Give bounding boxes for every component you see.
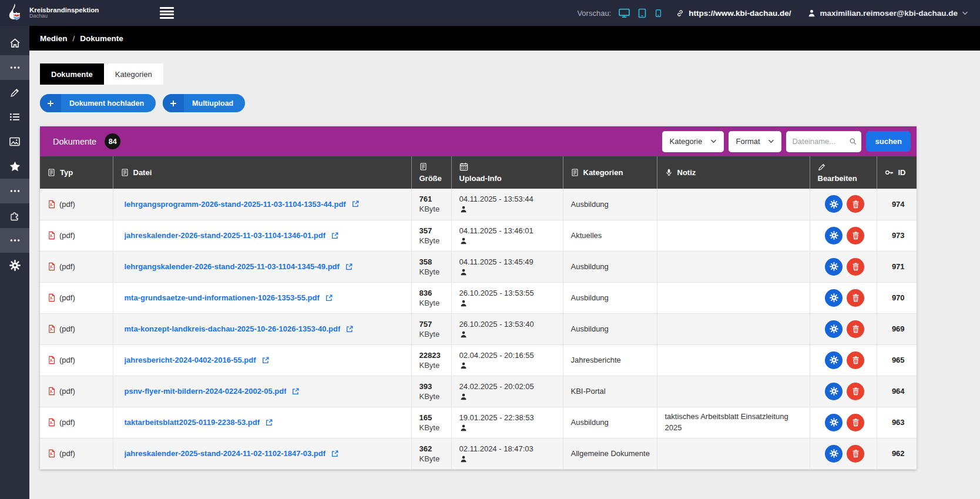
sidebar-item-plugins[interactable] bbox=[0, 203, 29, 228]
file-size-value: 836 bbox=[419, 289, 447, 297]
preview-desktop-button[interactable] bbox=[619, 8, 630, 18]
kategorie-filter-select[interactable]: Kategorie bbox=[662, 131, 724, 152]
external-link-icon[interactable] bbox=[331, 450, 339, 458]
category-label: Allgemeine Dokumente bbox=[571, 449, 650, 458]
edit-button[interactable] bbox=[825, 227, 843, 245]
breadcrumb-dokumente: Dokumente bbox=[80, 34, 123, 43]
file-link[interactable]: lehrgangskalender-2026-stand-2025-11-03-… bbox=[125, 262, 340, 271]
flame-logo-icon bbox=[5, 3, 25, 23]
filename-search-input[interactable] bbox=[792, 137, 849, 146]
uploader-user-icon bbox=[459, 268, 468, 276]
multiupload-button[interactable]: Multiupload bbox=[163, 94, 245, 112]
star-icon bbox=[9, 161, 21, 172]
file-cell: jahresbericht-2024-0402-2016-55.pdf bbox=[113, 344, 411, 376]
file-link[interactable]: jahreskalender-2026-stand-2025-11-03-110… bbox=[125, 231, 326, 240]
external-link-icon[interactable] bbox=[345, 263, 353, 271]
edit-button[interactable] bbox=[825, 383, 843, 400]
note-text: taktisches Arbeitsblatt Einsatzleitung 2… bbox=[665, 412, 788, 432]
delete-button[interactable] bbox=[847, 414, 864, 431]
sidebar-item-more-3[interactable] bbox=[0, 228, 29, 253]
preview-phone-button[interactable] bbox=[655, 8, 662, 18]
upload-document-button[interactable]: Dokument hochladen bbox=[40, 94, 156, 112]
ellipsis-icon bbox=[10, 66, 20, 69]
edit-button[interactable] bbox=[825, 414, 843, 431]
edit-button[interactable] bbox=[825, 445, 843, 463]
pdf-file-icon bbox=[48, 262, 56, 271]
file-link[interactable]: psnv-flyer-mit-bildern-2024-0224-2002-05… bbox=[125, 387, 287, 396]
delete-button[interactable] bbox=[847, 351, 864, 369]
delete-button[interactable] bbox=[847, 227, 864, 245]
header-kategorien: Kategorien bbox=[563, 156, 657, 189]
document-id: 974 bbox=[877, 189, 917, 220]
file-link[interactable]: jahreskalender-2025-stand-2024-11-02-110… bbox=[125, 449, 326, 458]
delete-button[interactable] bbox=[847, 445, 864, 463]
external-link-icon[interactable] bbox=[325, 294, 333, 302]
file-cell: lehrgangskalender-2026-stand-2025-11-03-… bbox=[113, 251, 411, 282]
external-link-icon[interactable] bbox=[351, 200, 360, 208]
menu-toggle-button[interactable] bbox=[157, 5, 176, 21]
sidebar-item-home[interactable] bbox=[0, 31, 29, 55]
edit-button[interactable] bbox=[825, 351, 843, 369]
file-link[interactable]: taktarbeitsblatt2025-0119-2238-53.pdf bbox=[125, 418, 260, 427]
tab-kategorien[interactable]: Kategorien bbox=[104, 63, 163, 85]
file-size-value: 22823 bbox=[419, 351, 447, 360]
sidebar-item-settings[interactable] bbox=[0, 253, 29, 277]
table-header-row: Typ Datei Größe Upload-Info bbox=[40, 156, 917, 189]
app-root: Kreisbrandinspektion Dachau Vorschau: bbox=[0, 0, 980, 499]
file-size-value: 761 bbox=[419, 195, 447, 203]
edit-button[interactable] bbox=[825, 258, 843, 276]
table-row: (pdf) taktarbeitsblatt2025-0119-2238-53.… bbox=[40, 407, 917, 438]
file-type-cell: (pdf) bbox=[40, 344, 113, 376]
sidebar-item-media[interactable] bbox=[0, 129, 29, 154]
breadcrumb-medien[interactable]: Medien bbox=[40, 34, 68, 43]
file-size-cell: 165 KByte bbox=[411, 407, 451, 438]
edit-button[interactable] bbox=[825, 320, 843, 338]
uploader-user-icon bbox=[459, 455, 468, 463]
user-menu[interactable]: maximilian.reimoser@kbi-dachau.de bbox=[807, 9, 969, 18]
sidebar-item-list[interactable] bbox=[0, 105, 29, 129]
plus-icon bbox=[40, 94, 61, 112]
search-button[interactable]: suchen bbox=[866, 131, 911, 152]
delete-button[interactable] bbox=[847, 383, 864, 400]
external-link-icon[interactable] bbox=[345, 325, 354, 333]
external-link-icon[interactable] bbox=[331, 232, 339, 240]
file-link[interactable]: mta-konzept-landkreis-dachau-2025-10-26-… bbox=[125, 324, 341, 333]
document-icon bbox=[48, 168, 55, 177]
sidebar-item-edit[interactable] bbox=[0, 80, 29, 105]
file-cell: mta-grundsaetze-und-informationen-1026-1… bbox=[113, 282, 411, 313]
external-link-icon[interactable] bbox=[265, 418, 273, 427]
file-cell: mta-konzept-landkreis-dachau-2025-10-26-… bbox=[113, 313, 411, 344]
file-link[interactable]: lehrgangsprogramm-2026-stand-2025-11-03-… bbox=[125, 200, 346, 209]
sidebar-item-more-2[interactable] bbox=[0, 179, 29, 203]
edit-button[interactable] bbox=[825, 195, 843, 213]
external-link-icon[interactable] bbox=[291, 387, 300, 396]
pdf-file-icon bbox=[48, 418, 56, 427]
delete-button[interactable] bbox=[847, 258, 864, 276]
external-link-icon[interactable] bbox=[261, 356, 270, 364]
file-link[interactable]: mta-grundsaetze-und-informationen-1026-1… bbox=[125, 293, 320, 302]
file-type-cell: (pdf) bbox=[40, 189, 113, 220]
panel-title: Dokumente bbox=[53, 137, 96, 146]
file-link[interactable]: jahresbericht-2024-0402-2016-55.pdf bbox=[125, 356, 256, 364]
category-cell: Ausbildung bbox=[563, 282, 657, 313]
edit-cell bbox=[810, 344, 877, 376]
delete-button[interactable] bbox=[847, 289, 864, 307]
image-icon bbox=[9, 137, 20, 146]
file-type-label: (pdf) bbox=[59, 293, 75, 302]
gear-icon bbox=[830, 356, 838, 364]
delete-button[interactable] bbox=[847, 195, 864, 213]
tab-dokumente[interactable]: Dokumente bbox=[40, 63, 104, 85]
sidebar-item-more-1[interactable] bbox=[0, 55, 29, 80]
site-url-link[interactable]: https://www.kbi-dachau.de/ bbox=[676, 9, 791, 18]
sidebar-item-favorites[interactable] bbox=[0, 154, 29, 179]
tablet-icon bbox=[637, 8, 647, 18]
document-id: 969 bbox=[877, 313, 917, 344]
edit-cell bbox=[810, 313, 877, 344]
gear-icon bbox=[830, 262, 838, 271]
format-filter-select[interactable]: Format bbox=[729, 131, 781, 152]
preview-tablet-button[interactable] bbox=[637, 8, 647, 18]
delete-button[interactable] bbox=[847, 320, 864, 338]
gear-icon bbox=[830, 293, 838, 302]
edit-button[interactable] bbox=[825, 289, 843, 307]
edit-cell bbox=[810, 220, 877, 251]
